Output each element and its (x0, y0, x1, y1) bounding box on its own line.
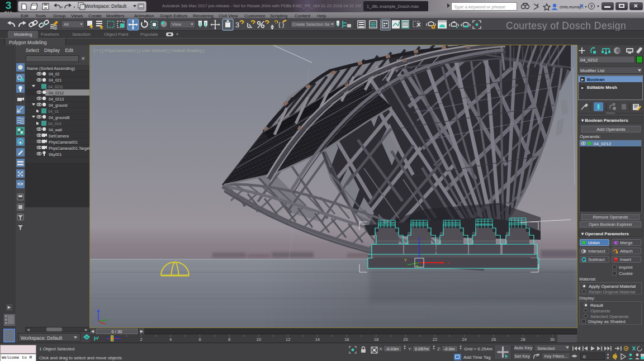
svg-text:04_0211: 04_0211 (48, 85, 63, 89)
svg-text:20: 20 (403, 337, 408, 342)
svg-text:04_02: 04_02 (49, 72, 60, 77)
svg-text:Y: Y (404, 258, 407, 262)
svg-text:8: 8 (228, 337, 230, 342)
svg-text:6: 6 (199, 337, 201, 342)
svg-text:28: 28 (520, 337, 525, 342)
svg-text:x: x (447, 261, 449, 265)
svg-text:Sky001: Sky001 (49, 153, 61, 157)
svg-text:PhysCamera001.Target: PhysCamera001.Target (49, 146, 90, 151)
svg-text:04_0212: 04_0212 (49, 91, 64, 96)
svg-text:26: 26 (491, 337, 496, 342)
svg-text:All: All (64, 22, 69, 27)
svg-text:[ + ] [ PhysCamera001 ] [ User: [ + ] [ PhysCamera001 ] [ User Defined ]… (94, 48, 204, 53)
svg-text:30: 30 (550, 337, 555, 342)
svg-text:3: 3 (235, 21, 239, 29)
svg-text:4: 4 (169, 337, 172, 342)
svg-text:PhysCamera001: PhysCamera001 (49, 140, 78, 145)
svg-text:04_0213: 04_0213 (49, 97, 64, 102)
svg-text:04_019: 04_019 (48, 122, 61, 126)
svg-text:04_01: 04_01 (48, 110, 59, 114)
svg-text:16: 16 (344, 337, 349, 342)
svg-text:DefCamera: DefCamera (49, 134, 69, 138)
svg-text:Create Selection Se: Create Selection Se (292, 22, 330, 27)
svg-text:18: 18 (374, 337, 378, 342)
svg-text:04_021: 04_021 (49, 78, 61, 83)
svg-text:22: 22 (433, 337, 437, 342)
svg-text:14: 14 (315, 337, 320, 342)
svg-text:10: 10 (257, 337, 261, 342)
svg-text:2: 2 (140, 337, 142, 342)
svg-text:04_wall: 04_wall (49, 128, 62, 132)
svg-text:View: View (172, 22, 181, 27)
svg-text:12: 12 (286, 337, 290, 342)
svg-text:04_ground8: 04_ground8 (49, 116, 69, 120)
svg-text:24: 24 (462, 337, 466, 342)
svg-text:04_ground: 04_ground (49, 103, 68, 108)
